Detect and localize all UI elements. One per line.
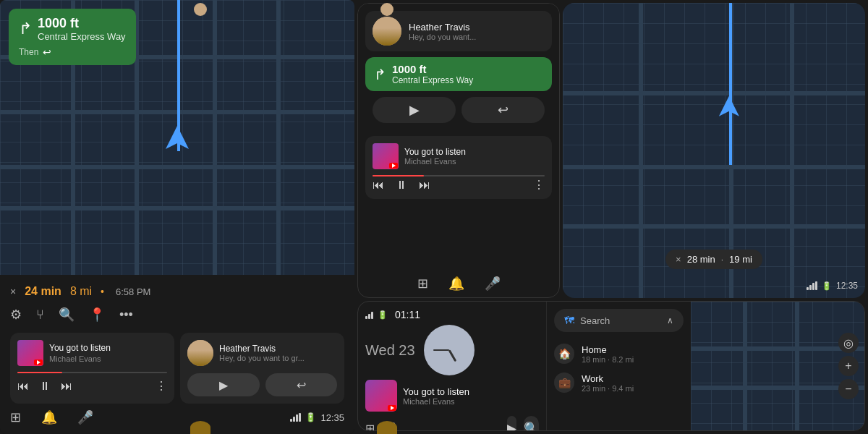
br-action-buttons: ▶ 🔍 [507, 416, 539, 431]
ps-dock-mic[interactable]: 🎤 [485, 276, 501, 292]
media-artist: Michael Evans [49, 354, 111, 363]
search-icon[interactable]: 🔍 [59, 307, 75, 323]
br-search-button[interactable]: 🔍 [524, 416, 539, 431]
nav-distance: 1000 ft [38, 16, 126, 31]
contact-info: Heather Travis Hey, do you want to gr... [219, 344, 305, 362]
contact-header: Heather Travis Hey, do you want to gr... [187, 340, 337, 366]
location-button[interactable]: ◎ [838, 333, 859, 353]
nav-then-row: Then ↩ [19, 46, 126, 58]
destination-work[interactable]: 💼 Work 23 min · 9.4 mi [554, 368, 684, 397]
left-map: ↱ 1000 ft Central Express Way Then ↩ [0, 0, 354, 275]
left-android-auto-screen: ↱ 1000 ft Central Express Way Then ↩ × 2… [0, 0, 354, 434]
ps-media-thumbnail [373, 143, 399, 169]
turn-icon-row: ↱ 1000 ft Central Express Way [19, 16, 126, 42]
reply-icon: ↩ [297, 378, 306, 392]
ps-yt-play [392, 163, 396, 168]
contact-reply-button[interactable]: ↩ [265, 373, 338, 396]
media-controls: ⏮ ⏸ ⏭ ⋮ [17, 379, 167, 393]
route-icon[interactable]: ⑂ [36, 307, 44, 323]
dock-mic-icon[interactable]: 🎤 [77, 409, 93, 425]
ps-play-button[interactable]: ▶ [373, 97, 456, 123]
dock-bell-icon[interactable]: 🔔 [41, 409, 57, 425]
pin-icon[interactable]: 📍 [89, 307, 105, 323]
next-button[interactable]: ⏭ [61, 380, 72, 393]
trip-badge-dist: 19 mi [729, 254, 752, 265]
status-bar: 🔋 12:35 [290, 412, 344, 423]
status-dock-row: ⊞ 🔔 🎤 🔋 12:35 [10, 407, 344, 428]
battery-icon: 🔋 [305, 412, 316, 422]
navigation-card: ↱ 1000 ft Central Express Way Then ↩ [9, 9, 136, 65]
destination-home[interactable]: 🏠 Home 18 min · 8.2 mi [554, 339, 684, 368]
portrait-screen: Heather Travis Hey, do you want... ↱ 100… [357, 3, 560, 298]
ps-contact-message: Hey, do you want... [409, 33, 476, 41]
home-sub: 18 min · 8.2 mi [582, 355, 634, 364]
bottom-bar: × 24 min 8 mi • 6:58 PM ⚙ ⑂ 🔍 📍 ••• [0, 275, 354, 434]
br-left: 🔋 01:11 Wed 23 [358, 302, 546, 430]
ps-dock-grid[interactable]: ⊞ [417, 276, 428, 292]
signal-icon [290, 413, 301, 422]
media-card: You got to listen Michael Evans ⏮ ⏸ ⏭ ⋮ [10, 333, 174, 404]
dock-grid-icon[interactable]: ⊞ [10, 409, 21, 425]
br-map-controls: ◎ + − [838, 333, 859, 399]
home-icon: 🏠 [558, 348, 571, 359]
trip-time: 24 min [25, 285, 61, 298]
ps-media-title: You got to listen [404, 147, 466, 157]
ps-top: Heather Travis Hey, do you want... ↱ 100… [358, 4, 559, 130]
tr-route-line [729, 3, 732, 165]
ps-media-artist: Michael Evans [404, 157, 466, 166]
more-icon[interactable]: ••• [119, 307, 133, 323]
ps-prev-button[interactable]: ⏮ [373, 179, 384, 192]
zoom-out-button[interactable]: − [838, 379, 859, 399]
close-trip-button[interactable]: × [10, 286, 16, 297]
contact-play-button[interactable]: ▶ [187, 373, 260, 396]
tr-road-h1 [563, 91, 865, 95]
ps-contact-name: Heather Travis [409, 22, 476, 33]
ps-contact-info: Heather Travis Hey, do you want... [409, 22, 476, 41]
contact-silhouette [187, 340, 213, 366]
ps-play-pause-button[interactable]: ⏸ [396, 179, 407, 192]
top-right: Heather Travis Hey, do you want... ↱ 100… [357, 3, 865, 298]
ps-controls: ▶ ↩ [365, 97, 552, 123]
br-yt-badge [388, 405, 396, 411]
media-more-button[interactable]: ⋮ [156, 379, 167, 393]
nav-distance-info: 1000 ft Central Express Way [38, 16, 126, 42]
search-placeholder: Search [580, 315, 661, 326]
br-dock-grid[interactable]: ⊞ [365, 422, 375, 432]
trip-badge-close[interactable]: × [676, 254, 681, 265]
ps-nav-row: ↱ 1000 ft Central Express Way [365, 57, 552, 91]
clock-widget [424, 325, 475, 375]
contact-card: Heather Travis Hey, do you want to gr...… [180, 333, 344, 404]
ps-more-button[interactable]: ⋮ [533, 178, 545, 192]
settings-icon[interactable]: ⚙ [10, 307, 22, 323]
tr-time: 12:35 [836, 281, 858, 291]
br-play-button[interactable]: ▶ [507, 416, 516, 431]
ps-reply-button[interactable]: ↩ [461, 97, 545, 123]
play-pause-button[interactable]: ⏸ [39, 380, 51, 393]
ps-media-card: You got to listen Michael Evans ⏮ ⏸ ⏭ ⋮ [365, 136, 552, 199]
trip-info: × 24 min 8 mi • 6:58 PM [10, 281, 344, 302]
home-info: Home 18 min · 8.2 mi [582, 344, 634, 364]
dock: ⊞ 🔔 🎤 [10, 409, 93, 425]
home-icon-wrap: 🏠 [554, 344, 574, 364]
br-media-title: You got to listen [403, 386, 539, 397]
ps-media-header: You got to listen Michael Evans [373, 143, 545, 169]
ps-media-controls: ⏮ ⏸ ⏭ ⋮ [373, 178, 545, 192]
prev-button[interactable]: ⏮ [17, 380, 29, 393]
zoom-in-button[interactable]: + [838, 356, 859, 376]
ps-dock-bell[interactable]: 🔔 [448, 276, 464, 292]
search-bar[interactable]: 🗺 Search ∧ [554, 309, 684, 332]
progress-bar [17, 372, 167, 373]
ps-contact-silhouette [373, 17, 401, 46]
ps-next-button[interactable]: ⏭ [419, 179, 430, 192]
media-card-header: You got to listen Michael Evans [17, 340, 167, 366]
progress-fill [17, 372, 62, 373]
media-thumbnail [17, 340, 43, 366]
map-panel-right: × 28 min · 19 mi 🔋 12:35 [563, 3, 865, 298]
ps-turn-icon: ↱ [374, 66, 386, 83]
nav-then-icon: ↩ [43, 46, 51, 58]
contact-message: Hey, do you want to gr... [219, 354, 305, 362]
br-status-time: 01:11 [395, 309, 420, 320]
ps-nav-distance: 1000 ft [392, 63, 473, 75]
youtube-badge [34, 359, 43, 365]
trip-badge-dot: · [721, 255, 723, 265]
